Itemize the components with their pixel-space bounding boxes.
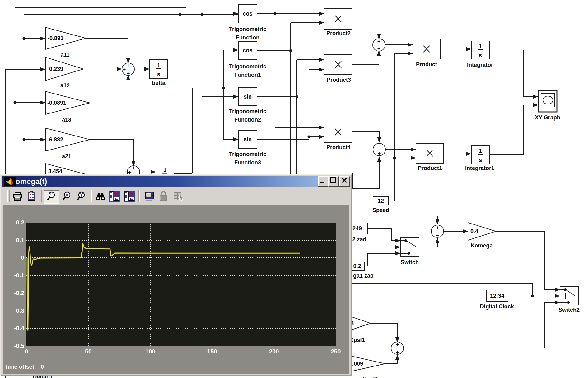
svg-text:Integrator: Integrator <box>467 62 493 68</box>
svg-text:+: + <box>377 38 381 44</box>
svg-text:Product2: Product2 <box>326 30 351 36</box>
svg-text:6.882: 6.882 <box>49 136 63 143</box>
svg-text:Trigonometric: Trigonometric <box>229 151 266 157</box>
svg-text:Product1: Product1 <box>418 165 442 171</box>
svg-text:−: − <box>436 232 439 238</box>
svg-text:ga1 zad: ga1 zad <box>353 273 374 279</box>
svg-text:s: s <box>479 157 482 163</box>
svg-text:3.454: 3.454 <box>48 168 62 174</box>
svg-text:+: + <box>396 349 399 355</box>
svg-text:Trigonometric: Trigonometric <box>229 26 266 32</box>
svg-text:a11: a11 <box>60 52 69 58</box>
svg-text:-0.0891: -0.0891 <box>47 100 66 106</box>
svg-text:Integrator1: Integrator1 <box>465 165 494 171</box>
svg-text:s: s <box>479 52 482 58</box>
svg-text:0.4: 0.4 <box>470 228 478 234</box>
svg-text:Trigonometric: Trigonometric <box>229 108 266 114</box>
svg-text:a21: a21 <box>62 153 71 159</box>
svg-text:Function1: Function1 <box>234 72 261 78</box>
svg-text:betta: betta <box>152 80 166 86</box>
svg-text:XY Graph: XY Graph <box>535 114 560 121</box>
svg-text:Product3: Product3 <box>327 77 351 83</box>
svg-text:+: + <box>123 66 126 72</box>
svg-text:0.2: 0.2 <box>353 263 361 269</box>
svg-text:+: + <box>436 225 439 231</box>
svg-text:cos: cos <box>243 11 252 17</box>
svg-text:Switch2: Switch2 <box>558 307 580 313</box>
svg-text:12:34: 12:34 <box>490 293 504 299</box>
svg-text:+: + <box>132 165 135 171</box>
svg-text:a13: a13 <box>62 117 71 123</box>
svg-text:+: + <box>378 150 381 157</box>
svg-text:Function2: Function2 <box>234 117 261 123</box>
svg-text:1: 1 <box>479 148 482 154</box>
svg-text:Function: Function <box>236 35 259 41</box>
svg-text:1: 1 <box>157 62 160 68</box>
svg-text:Digital Clock: Digital Clock <box>480 303 514 310</box>
svg-text:1: 1 <box>479 43 482 49</box>
svg-text:Product4: Product4 <box>326 144 351 150</box>
svg-text:Switch: Switch <box>401 259 419 265</box>
svg-text:12: 12 <box>378 198 384 204</box>
svg-text:2 zad: 2 zad <box>352 236 366 242</box>
svg-text:Product: Product <box>416 61 437 67</box>
svg-text:cos: cos <box>243 47 252 53</box>
svg-text:Trigonometric: Trigonometric <box>229 63 266 70</box>
svg-text:Function3: Function3 <box>234 159 261 166</box>
svg-text:+: + <box>396 342 399 348</box>
svg-text:0.239: 0.239 <box>49 66 63 72</box>
svg-text:+: + <box>377 46 381 52</box>
svg-text:Komega: Komega <box>470 242 493 249</box>
svg-text:1: 1 <box>163 167 166 173</box>
svg-text:sin: sin <box>244 94 252 100</box>
svg-text:+: + <box>127 71 130 77</box>
svg-text:−: − <box>378 143 381 149</box>
svg-text:a12: a12 <box>60 82 70 89</box>
svg-text:-0.891: -0.891 <box>48 35 63 41</box>
svg-text:+: + <box>127 62 130 68</box>
svg-text:sin: sin <box>244 136 252 142</box>
svg-text:Hpsi1: Hpsi1 <box>362 376 378 378</box>
svg-text:s: s <box>157 71 160 77</box>
svg-text:Speed: Speed <box>372 207 389 213</box>
